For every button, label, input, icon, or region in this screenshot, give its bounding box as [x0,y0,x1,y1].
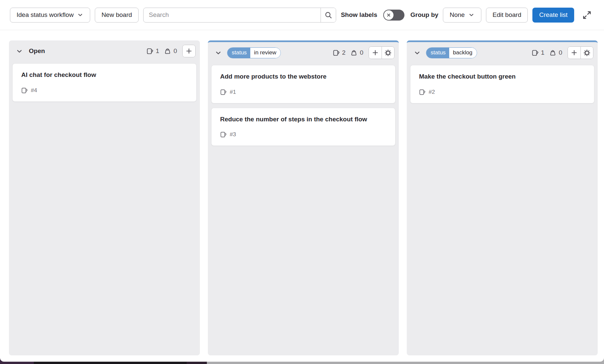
card-title: Add more products to the webstore [220,73,387,81]
gear-icon [385,49,392,56]
card-list: Add more products to the webstore #1 Red… [208,63,399,355]
plus-icon [372,49,379,56]
label-value: backlog [449,48,477,58]
board-column: status backlog 1 0 [407,40,598,355]
issue-count-group: 2 [333,49,346,56]
weight-icon [164,48,171,55]
add-issue-button[interactable] [183,45,195,57]
list-actions [568,46,593,59]
weight-count-group: 0 [350,49,363,56]
chevron-down-icon [16,47,23,55]
label-scope: status [227,48,250,58]
search-button[interactable] [321,8,336,22]
column-header: status in review 2 0 [208,42,399,63]
list-settings-button[interactable] [382,47,394,59]
toggle-off-x-icon [386,12,392,18]
board-area: Open 1 0 AI chat for checkout flow #4 [0,30,604,355]
plus-icon [185,47,193,55]
weight-count: 0 [173,47,177,55]
board-toolbar: Idea status workflow New board Show labe… [0,0,604,30]
label-value: in review [250,48,280,58]
board-switcher-label: Idea status workflow [17,11,74,19]
card-ref: #1 [230,89,236,95]
card-ref-row: #3 [220,131,387,138]
search-icon [325,11,332,19]
issues-icon [532,49,539,56]
issue-card[interactable]: AI chat for checkout flow #4 [12,63,197,102]
show-labels-toggle[interactable] [383,10,404,21]
collapse-column-button[interactable] [411,47,423,58]
expand-icon [582,11,591,20]
weight-count: 0 [559,49,562,56]
issue-card[interactable]: Reduce the number of steps in the checko… [211,108,395,146]
issue-count: 1 [156,47,159,55]
plus-icon [571,49,578,56]
group-by-dropdown[interactable]: None [443,8,481,23]
list-actions [182,45,196,57]
issue-count-group: 1 [147,47,159,55]
list-actions [369,46,394,59]
card-list: AI chat for checkout flow #4 [9,62,200,355]
card-ref-row: #2 [419,89,585,95]
weight-count-group: 0 [164,47,177,55]
label-scope: status [426,48,449,58]
weight-icon [549,49,556,56]
group-by-label: Group by [410,11,438,19]
issue-count: 1 [541,49,545,56]
card-ref: #2 [429,89,435,95]
card-ref: #3 [230,131,236,138]
show-labels-label: Show labels [341,11,377,19]
issue-board-app: Idea status workflow New board Show labe… [0,0,604,362]
issue-type-icon [220,131,227,138]
card-ref-row: #4 [21,87,188,94]
column-label-pill[interactable]: status in review [227,47,281,58]
card-title: AI chat for checkout flow [21,71,188,79]
issue-type-icon [21,87,28,94]
create-list-button[interactable]: Create list [532,8,574,23]
card-ref: #4 [31,87,37,94]
chevron-down-icon [468,12,475,18]
chevron-down-icon [77,12,84,18]
weight-count: 0 [360,49,363,56]
card-ref-row: #1 [220,89,387,95]
issue-type-icon [220,89,227,95]
issue-card[interactable]: Add more products to the webstore #1 [211,65,395,103]
card-title: Make the checkout button green [419,73,585,81]
board-column: status in review 2 0 [208,40,399,355]
card-list: Make the checkout button green #2 [407,63,598,355]
issue-count: 2 [342,49,346,56]
issue-card[interactable]: Make the checkout button green #2 [410,65,594,103]
list-settings-button[interactable] [580,47,593,59]
issue-type-icon [419,89,426,95]
issues-icon [333,49,340,56]
add-issue-button[interactable] [568,47,580,59]
search-input[interactable] [144,8,321,22]
edit-board-button[interactable]: Edit board [486,8,528,23]
expand-board-button[interactable] [579,8,594,22]
board-column: Open 1 0 AI chat for checkout flow #4 [9,40,200,355]
chevron-down-icon [413,49,421,57]
card-title: Reduce the number of steps in the checko… [220,115,387,124]
add-issue-button[interactable] [369,47,382,59]
collapse-column-button[interactable] [212,47,224,58]
collapse-column-button[interactable] [14,45,25,57]
group-by-value: None [450,11,464,19]
board-switcher-dropdown[interactable]: Idea status workflow [10,8,90,23]
chevron-down-icon [214,49,222,57]
column-title: Open [29,47,45,55]
weight-icon [350,49,357,56]
gear-icon [583,49,590,56]
search-box [143,8,336,23]
toggle-knob [384,10,393,20]
new-board-button[interactable]: New board [95,8,139,23]
weight-count-group: 0 [549,49,562,56]
issue-count-group: 1 [532,49,545,56]
column-header: Open 1 0 [9,40,200,62]
column-header: status backlog 1 0 [407,42,598,63]
column-label-pill[interactable]: status backlog [426,47,477,58]
issues-icon [147,48,153,55]
